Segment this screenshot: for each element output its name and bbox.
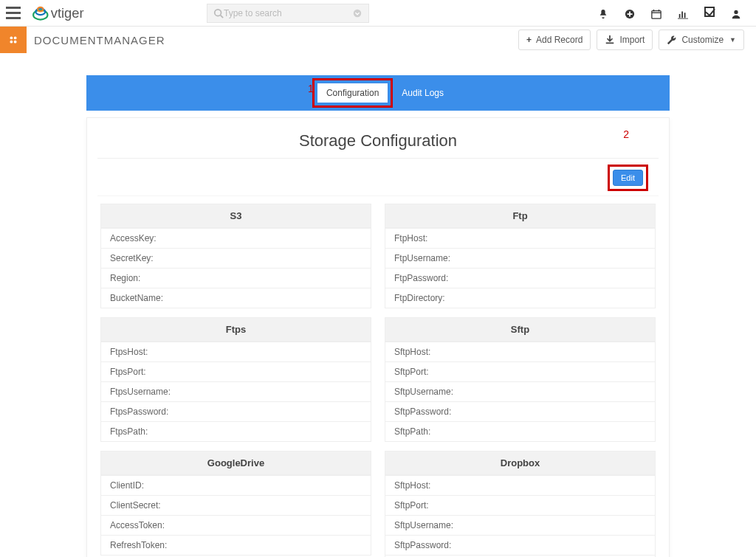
- block-row: SftpPath:: [385, 421, 655, 441]
- block-row: FtpsHost:: [101, 342, 371, 361]
- config-block: FtpFtpHost:FtpUsername:FtpPassword:FtpDi…: [385, 204, 656, 308]
- block-row: SftpPassword:: [385, 401, 655, 421]
- block-row: BucketName:: [101, 288, 371, 308]
- block-row: FtpsPassword:: [101, 401, 371, 421]
- svg-rect-13: [681, 11, 683, 18]
- column-left: S3AccessKey:SecretKey:Region:BucketName:…: [100, 204, 371, 557]
- block-row: ClientSecret:: [101, 495, 371, 515]
- svg-text:vtiger: vtiger: [51, 5, 84, 21]
- callout-2: 2: [623, 128, 629, 140]
- block-row: SftpPassword:: [385, 535, 655, 555]
- panel: Storage Configuration 2 Edit S3AccessKey…: [86, 117, 670, 557]
- block-row: SftpPort:: [385, 495, 655, 515]
- config-block: DropboxSftpHost:SftpPort:SftpUsername:Sf…: [385, 451, 656, 557]
- main-content: 1 Configuration Audit Logs Storage Confi…: [86, 75, 670, 557]
- block-row: FtpUsername:: [385, 248, 655, 268]
- import-button[interactable]: Import: [597, 30, 653, 51]
- svg-point-18: [14, 36, 17, 39]
- block-row: FtpPassword:: [385, 268, 655, 288]
- svg-line-5: [221, 15, 224, 18]
- search-input[interactable]: [224, 8, 352, 18]
- callout-1-box: Configuration: [312, 78, 393, 108]
- block-row: RefreshToken:: [101, 535, 371, 555]
- chevron-down-icon[interactable]: [352, 7, 362, 18]
- block-title: Ftps: [101, 318, 371, 342]
- svg-point-20: [14, 41, 17, 44]
- caret-down-icon: ▼: [729, 36, 736, 44]
- edit-row: Edit: [97, 159, 659, 196]
- plus-icon: +: [526, 35, 532, 45]
- block-row: AccessToken:: [101, 515, 371, 535]
- block-row: Region:: [101, 268, 371, 288]
- search-box[interactable]: [207, 4, 369, 23]
- svg-rect-14: [684, 13, 686, 18]
- svg-point-6: [354, 9, 362, 17]
- topbar-right-icons: [598, 7, 749, 19]
- svg-point-4: [215, 9, 221, 15]
- block-row: FtpHost:: [385, 228, 655, 248]
- sub-actions: +Add Record Import Customize▼: [518, 30, 756, 51]
- sidebar-toggle[interactable]: [0, 27, 27, 53]
- logo[interactable]: vtiger: [30, 3, 118, 24]
- block-title: GoogleDrive: [101, 452, 371, 475]
- block-title: Sftp: [385, 318, 655, 342]
- subbar: DOCUMENTMANAGER +Add Record Import Custo…: [0, 27, 756, 53]
- block-title: Dropbox: [385, 452, 655, 475]
- block-row: SftpHost:: [385, 342, 655, 361]
- tab-configuration[interactable]: Configuration: [317, 83, 388, 103]
- config-block: FtpsFtpsHost:FtpsPort:FtpsUsername:FtpsP…: [100, 317, 371, 442]
- user-icon[interactable]: [731, 7, 741, 18]
- plus-circle-icon[interactable]: [625, 7, 635, 18]
- check-icon[interactable]: [704, 7, 715, 19]
- callout-2-box: Edit: [608, 165, 648, 191]
- column-right: FtpFtpHost:FtpUsername:FtpPassword:FtpDi…: [385, 204, 656, 557]
- block-row: SftpUsername:: [385, 381, 655, 401]
- wrench-icon: [667, 35, 677, 46]
- block-row: SftpUsername:: [385, 515, 655, 535]
- search-icon: [213, 7, 224, 18]
- block-row: SftpPort:: [385, 361, 655, 381]
- block-row: FtpDirectory:: [385, 288, 655, 308]
- columns: S3AccessKey:SecretKey:Region:BucketName:…: [97, 204, 659, 557]
- vtiger-logo: vtiger: [30, 3, 118, 24]
- block-row: FtpsUsername:: [101, 381, 371, 401]
- block-row: ClientID:: [101, 475, 371, 495]
- hamburger-menu[interactable]: [0, 0, 27, 27]
- tabs-bar: 1 Configuration Audit Logs: [86, 75, 670, 111]
- svg-point-16: [734, 10, 738, 13]
- calendar-icon[interactable]: [651, 7, 662, 18]
- block-row: SecretKey:: [101, 248, 371, 268]
- panel-title-row: Storage Configuration 2: [97, 128, 659, 159]
- chart-icon[interactable]: [678, 7, 688, 18]
- block-title: Ftp: [385, 204, 655, 228]
- panel-title: Storage Configuration: [105, 131, 651, 151]
- bell-icon[interactable]: [598, 7, 608, 18]
- config-block: GoogleDriveClientID:ClientSecret:AccessT…: [100, 451, 371, 556]
- block-row: AccessKey:: [101, 228, 371, 248]
- config-block: S3AccessKey:SecretKey:Region:BucketName:: [100, 204, 371, 308]
- module-title: DOCUMENTMANAGER: [34, 34, 165, 46]
- block-row: FtpsPath:: [101, 421, 371, 441]
- svg-rect-8: [652, 10, 661, 18]
- svg-rect-21: [606, 43, 614, 44]
- block-row: FtpsPort:: [101, 361, 371, 381]
- block-title: S3: [101, 204, 371, 228]
- customize-button[interactable]: Customize▼: [659, 30, 744, 51]
- callout-1: 1: [308, 83, 314, 94]
- edit-button[interactable]: Edit: [613, 170, 643, 186]
- config-block: SftpSftpHost:SftpPort:SftpUsername:SftpP…: [385, 317, 656, 442]
- block-row: SftpHost:: [385, 475, 655, 495]
- svg-point-19: [10, 41, 13, 44]
- svg-rect-12: [679, 14, 681, 18]
- svg-point-17: [10, 36, 13, 39]
- tab-audit-logs[interactable]: Audit Logs: [402, 88, 444, 98]
- download-icon: [605, 35, 615, 46]
- add-record-button[interactable]: +Add Record: [518, 30, 591, 51]
- topbar: vtiger: [0, 0, 756, 27]
